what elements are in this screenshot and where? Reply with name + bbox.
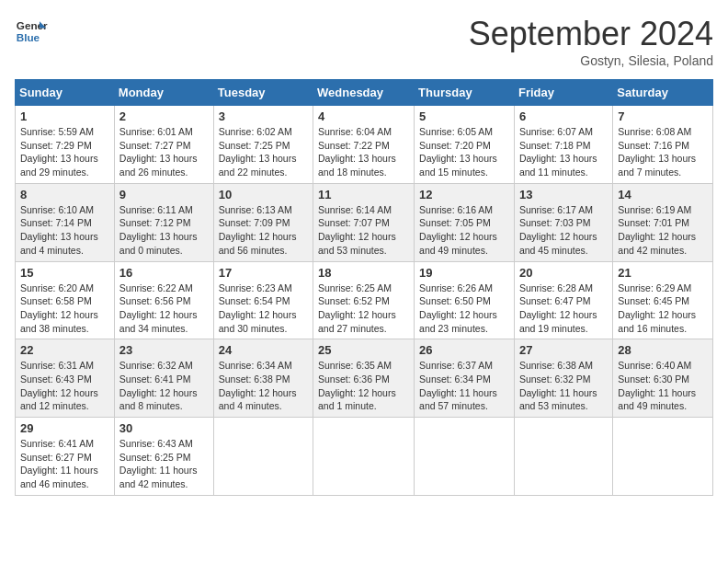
column-header-sunday: Sunday bbox=[16, 80, 115, 106]
day-number: 17 bbox=[219, 266, 308, 280]
calendar-cell: 27 Sunrise: 6:38 AMSunset: 6:32 PMDaylig… bbox=[514, 339, 612, 418]
day-number: 29 bbox=[20, 421, 109, 435]
cell-details: Sunrise: 6:28 AMSunset: 6:47 PMDaylight:… bbox=[519, 282, 597, 334]
cell-details: Sunrise: 6:08 AMSunset: 7:16 PMDaylight:… bbox=[618, 126, 696, 178]
location-subtitle: Gostyn, Silesia, Poland bbox=[469, 53, 713, 68]
cell-details: Sunrise: 6:19 AMSunset: 7:01 PMDaylight:… bbox=[618, 204, 696, 256]
calendar-cell bbox=[514, 418, 612, 496]
cell-details: Sunrise: 6:13 AMSunset: 7:09 PMDaylight:… bbox=[219, 204, 297, 256]
day-number: 28 bbox=[618, 343, 708, 357]
cell-details: Sunrise: 6:25 AMSunset: 6:52 PMDaylight:… bbox=[318, 282, 396, 334]
day-number: 7 bbox=[618, 109, 708, 123]
cell-details: Sunrise: 6:41 AMSunset: 6:27 PMDaylight:… bbox=[20, 438, 98, 489]
calendar-cell: 8 Sunrise: 6:10 AMSunset: 7:14 PMDayligh… bbox=[16, 183, 115, 261]
calendar-cell: 21 Sunrise: 6:29 AMSunset: 6:45 PMDaylig… bbox=[613, 261, 713, 339]
cell-details: Sunrise: 6:10 AMSunset: 7:14 PMDaylight:… bbox=[20, 204, 98, 256]
day-number: 14 bbox=[618, 188, 708, 201]
calendar-cell bbox=[613, 418, 713, 496]
day-number: 8 bbox=[20, 188, 109, 201]
cell-details: Sunrise: 6:26 AMSunset: 6:50 PMDaylight:… bbox=[419, 282, 497, 334]
day-number: 27 bbox=[519, 343, 608, 357]
day-number: 15 bbox=[20, 266, 109, 280]
calendar-week-row: 15 Sunrise: 6:20 AMSunset: 6:58 PMDaylig… bbox=[16, 261, 713, 339]
day-number: 20 bbox=[519, 266, 608, 280]
day-number: 23 bbox=[119, 343, 209, 357]
calendar-cell: 25 Sunrise: 6:35 AMSunset: 6:36 PMDaylig… bbox=[313, 339, 415, 418]
day-number: 22 bbox=[20, 343, 109, 357]
calendar-cell: 30 Sunrise: 6:43 AMSunset: 6:25 PMDaylig… bbox=[114, 418, 213, 496]
cell-details: Sunrise: 6:17 AMSunset: 7:03 PMDaylight:… bbox=[519, 204, 597, 256]
calendar-cell: 1 Sunrise: 5:59 AMSunset: 7:29 PMDayligh… bbox=[16, 106, 115, 184]
calendar-cell: 13 Sunrise: 6:17 AMSunset: 7:03 PMDaylig… bbox=[514, 183, 612, 261]
logo: General Blue bbox=[15, 15, 48, 48]
calendar-cell: 23 Sunrise: 6:32 AMSunset: 6:41 PMDaylig… bbox=[114, 339, 213, 418]
day-number: 2 bbox=[119, 109, 209, 123]
calendar-cell: 26 Sunrise: 6:37 AMSunset: 6:34 PMDaylig… bbox=[415, 339, 515, 418]
cell-details: Sunrise: 6:04 AMSunset: 7:22 PMDaylight:… bbox=[318, 126, 396, 178]
day-number: 10 bbox=[219, 188, 308, 201]
calendar-week-row: 8 Sunrise: 6:10 AMSunset: 7:14 PMDayligh… bbox=[16, 183, 713, 261]
cell-details: Sunrise: 6:40 AMSunset: 6:30 PMDaylight:… bbox=[618, 360, 696, 411]
calendar-cell: 6 Sunrise: 6:07 AMSunset: 7:18 PMDayligh… bbox=[514, 106, 612, 184]
logo-icon: General Blue bbox=[15, 15, 48, 48]
column-header-saturday: Saturday bbox=[613, 80, 713, 106]
day-number: 6 bbox=[519, 109, 608, 123]
calendar-cell: 24 Sunrise: 6:34 AMSunset: 6:38 PMDaylig… bbox=[213, 339, 313, 418]
calendar-cell bbox=[213, 418, 313, 496]
calendar-cell: 5 Sunrise: 6:05 AMSunset: 7:20 PMDayligh… bbox=[415, 106, 515, 184]
page-header: General Blue September 2024 Gostyn, Sile… bbox=[15, 15, 713, 68]
day-number: 4 bbox=[318, 109, 409, 123]
calendar-cell: 7 Sunrise: 6:08 AMSunset: 7:16 PMDayligh… bbox=[613, 106, 713, 184]
day-number: 3 bbox=[219, 109, 308, 123]
calendar-cell: 29 Sunrise: 6:41 AMSunset: 6:27 PMDaylig… bbox=[16, 418, 115, 496]
cell-details: Sunrise: 6:29 AMSunset: 6:45 PMDaylight:… bbox=[618, 282, 696, 334]
day-number: 9 bbox=[119, 188, 209, 201]
calendar-cell: 4 Sunrise: 6:04 AMSunset: 7:22 PMDayligh… bbox=[313, 106, 415, 184]
calendar-cell: 9 Sunrise: 6:11 AMSunset: 7:12 PMDayligh… bbox=[114, 183, 213, 261]
cell-details: Sunrise: 6:01 AMSunset: 7:27 PMDaylight:… bbox=[119, 126, 198, 178]
calendar-cell: 18 Sunrise: 6:25 AMSunset: 6:52 PMDaylig… bbox=[313, 261, 415, 339]
calendar-cell: 12 Sunrise: 6:16 AMSunset: 7:05 PMDaylig… bbox=[415, 183, 515, 261]
calendar-cell bbox=[415, 418, 515, 496]
cell-details: Sunrise: 6:20 AMSunset: 6:58 PMDaylight:… bbox=[20, 282, 98, 334]
calendar-week-row: 1 Sunrise: 5:59 AMSunset: 7:29 PMDayligh… bbox=[16, 106, 713, 184]
day-number: 18 bbox=[318, 266, 409, 280]
day-number: 11 bbox=[318, 188, 409, 201]
calendar-cell: 14 Sunrise: 6:19 AMSunset: 7:01 PMDaylig… bbox=[613, 183, 713, 261]
day-number: 26 bbox=[419, 343, 509, 357]
column-header-monday: Monday bbox=[114, 80, 213, 106]
cell-details: Sunrise: 6:38 AMSunset: 6:32 PMDaylight:… bbox=[519, 360, 597, 411]
calendar-table: SundayMondayTuesdayWednesdayThursdayFrid… bbox=[15, 79, 713, 496]
cell-details: Sunrise: 6:02 AMSunset: 7:25 PMDaylight:… bbox=[219, 126, 297, 178]
calendar-cell: 11 Sunrise: 6:14 AMSunset: 7:07 PMDaylig… bbox=[313, 183, 415, 261]
cell-details: Sunrise: 6:05 AMSunset: 7:20 PMDaylight:… bbox=[419, 126, 497, 178]
calendar-cell: 28 Sunrise: 6:40 AMSunset: 6:30 PMDaylig… bbox=[613, 339, 713, 418]
calendar-cell bbox=[313, 418, 415, 496]
column-header-friday: Friday bbox=[514, 80, 612, 106]
cell-details: Sunrise: 5:59 AMSunset: 7:29 PMDaylight:… bbox=[20, 126, 98, 178]
column-header-tuesday: Tuesday bbox=[213, 80, 313, 106]
calendar-cell: 16 Sunrise: 6:22 AMSunset: 6:56 PMDaylig… bbox=[114, 261, 213, 339]
column-header-wednesday: Wednesday bbox=[313, 80, 415, 106]
calendar-cell: 20 Sunrise: 6:28 AMSunset: 6:47 PMDaylig… bbox=[514, 261, 612, 339]
day-number: 21 bbox=[618, 266, 708, 280]
calendar-week-row: 29 Sunrise: 6:41 AMSunset: 6:27 PMDaylig… bbox=[16, 418, 713, 496]
calendar-cell: 22 Sunrise: 6:31 AMSunset: 6:43 PMDaylig… bbox=[16, 339, 115, 418]
cell-details: Sunrise: 6:07 AMSunset: 7:18 PMDaylight:… bbox=[519, 126, 597, 178]
cell-details: Sunrise: 6:23 AMSunset: 6:54 PMDaylight:… bbox=[219, 282, 297, 334]
title-section: September 2024 Gostyn, Silesia, Poland bbox=[469, 15, 713, 68]
cell-details: Sunrise: 6:37 AMSunset: 6:34 PMDaylight:… bbox=[419, 360, 497, 411]
calendar-header-row: SundayMondayTuesdayWednesdayThursdayFrid… bbox=[16, 80, 713, 106]
column-header-thursday: Thursday bbox=[415, 80, 515, 106]
day-number: 25 bbox=[318, 343, 409, 357]
cell-details: Sunrise: 6:43 AMSunset: 6:25 PMDaylight:… bbox=[119, 438, 198, 489]
day-number: 13 bbox=[519, 188, 608, 201]
svg-text:Blue: Blue bbox=[17, 31, 40, 43]
day-number: 1 bbox=[20, 109, 109, 123]
cell-details: Sunrise: 6:35 AMSunset: 6:36 PMDaylight:… bbox=[318, 360, 396, 411]
calendar-cell: 17 Sunrise: 6:23 AMSunset: 6:54 PMDaylig… bbox=[213, 261, 313, 339]
calendar-cell: 3 Sunrise: 6:02 AMSunset: 7:25 PMDayligh… bbox=[213, 106, 313, 184]
calendar-cell: 19 Sunrise: 6:26 AMSunset: 6:50 PMDaylig… bbox=[415, 261, 515, 339]
cell-details: Sunrise: 6:14 AMSunset: 7:07 PMDaylight:… bbox=[318, 204, 396, 256]
calendar-cell: 10 Sunrise: 6:13 AMSunset: 7:09 PMDaylig… bbox=[213, 183, 313, 261]
